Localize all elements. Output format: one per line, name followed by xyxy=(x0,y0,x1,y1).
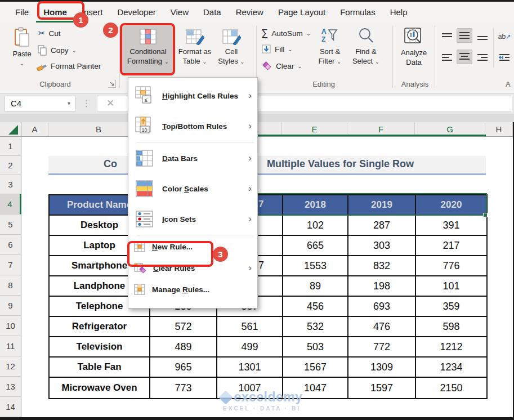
menu-item-data-bars[interactable]: Data Bars› xyxy=(128,143,257,173)
align-top-button[interactable] xyxy=(439,29,455,44)
table-cell[interactable]: 217 xyxy=(416,236,486,256)
tab-file[interactable]: File xyxy=(8,2,36,23)
menu-item-manage-rules[interactable]: Manage Rules... xyxy=(128,279,257,300)
table-cell[interactable]: 1309 xyxy=(348,358,416,378)
clear-button[interactable]: Clear ⌄ xyxy=(261,60,302,72)
cancel-icon[interactable]: ✕ xyxy=(106,96,114,111)
row-header-9[interactable]: 9 xyxy=(0,296,21,316)
tab-review[interactable]: Review xyxy=(229,2,271,23)
row-header-2[interactable]: 2 xyxy=(0,156,21,175)
table-cell[interactable]: 287 xyxy=(348,216,416,236)
row-header-5[interactable]: 5 xyxy=(0,215,21,235)
name-box[interactable]: C4 ▼ xyxy=(5,96,75,111)
table-cell[interactable]: 456 xyxy=(283,297,348,317)
find-select-button[interactable]: Find & Select ⌄ xyxy=(349,26,383,66)
align-text-center-button[interactable] xyxy=(457,50,472,64)
table-cell[interactable]: 772 xyxy=(348,337,416,358)
table-cell[interactable]: 303 xyxy=(348,236,416,256)
table-cell[interactable]: 532 xyxy=(283,317,348,337)
row-header-8[interactable]: 8 xyxy=(0,275,21,296)
decrease-indent-button[interactable] xyxy=(497,51,512,65)
sort-filter-button[interactable]: AZ Sort & Filter ⌄ xyxy=(313,26,347,66)
table-cell[interactable]: 598 xyxy=(416,317,486,337)
formula-bar-grip-icon[interactable]: ⋮ xyxy=(82,96,91,111)
tab-help[interactable]: Help xyxy=(383,2,415,23)
selection-fill-handle[interactable] xyxy=(483,213,488,217)
row-header-1[interactable]: 1 xyxy=(0,137,21,156)
tab-page-layout[interactable]: Page Layout xyxy=(271,2,333,23)
row-header-12[interactable]: 12 xyxy=(0,356,21,377)
table-cell[interactable]: 198 xyxy=(348,276,416,297)
tab-data[interactable]: Data xyxy=(196,2,229,23)
cell-styles-button[interactable]: Cell Styles ⌄ xyxy=(215,26,248,66)
row-header-11[interactable]: 11 xyxy=(0,336,21,356)
table-cell[interactable]: 1301 xyxy=(217,358,283,378)
menu-item-highlight-cells-rules[interactable]: ≤Highlight Cells Rules› xyxy=(128,81,257,111)
copy-button[interactable]: Copy ⌄ xyxy=(37,44,77,56)
table-header-cell[interactable]: 2018 xyxy=(283,195,348,216)
row-header-10[interactable]: 10 xyxy=(0,316,21,336)
table-cell[interactable]: 489 xyxy=(150,337,217,358)
align-middle-button[interactable] xyxy=(457,28,472,43)
column-header-a[interactable]: A xyxy=(21,122,48,136)
text-orientation-button[interactable]: ab↗ xyxy=(497,29,512,44)
row-header-7[interactable]: 7 xyxy=(0,255,21,275)
table-cell[interactable]: Refrigerator xyxy=(50,317,150,337)
table-cell[interactable]: 89 xyxy=(283,276,348,297)
row-header-13[interactable]: 13 xyxy=(0,377,21,397)
fill-button[interactable]: Fill ⌄ xyxy=(261,44,293,54)
table-cell[interactable]: 1597 xyxy=(348,378,416,398)
name-box-dropdown-icon[interactable]: ▼ xyxy=(66,96,71,111)
column-header-h[interactable]: H xyxy=(485,122,513,136)
table-cell[interactable]: 1234 xyxy=(416,358,486,378)
table-cell[interactable]: Television xyxy=(50,337,150,358)
tab-developer[interactable]: Developer xyxy=(110,2,163,23)
table-header-cell[interactable]: 2019 xyxy=(348,195,416,216)
tab-home[interactable]: Home xyxy=(36,2,74,23)
table-cell[interactable]: 503 xyxy=(283,337,348,358)
table-cell[interactable]: 102 xyxy=(283,216,348,236)
row-header-4[interactable]: 4 xyxy=(0,194,21,215)
table-cell[interactable]: 499 xyxy=(217,337,283,358)
table-cell[interactable]: 391 xyxy=(416,216,486,236)
table-cell[interactable]: 776 xyxy=(416,256,486,276)
row-header-14[interactable]: 14 xyxy=(0,397,21,417)
table-cell[interactable]: 1553 xyxy=(283,256,348,276)
table-cell[interactable]: 101 xyxy=(416,276,486,297)
menu-item-new-rule[interactable]: New Rule... xyxy=(128,236,257,257)
table-cell[interactable]: 693 xyxy=(348,297,416,317)
table-cell[interactable]: 832 xyxy=(348,256,416,276)
menu-item-icon-sets[interactable]: Icon Sets› xyxy=(128,204,257,234)
cut-button[interactable]: ✂ Cut xyxy=(38,28,61,38)
conditional-formatting-button[interactable]: Conditional Formatting ⌄ xyxy=(122,26,174,74)
table-cell[interactable]: 1567 xyxy=(283,358,348,378)
select-all-corner[interactable] xyxy=(0,122,21,136)
table-cell[interactable]: 965 xyxy=(150,358,217,378)
tab-view[interactable]: View xyxy=(163,2,196,23)
table-cell[interactable]: 359 xyxy=(416,297,486,317)
table-cell[interactable]: 665 xyxy=(283,236,348,256)
table-header-cell[interactable]: 2020 xyxy=(416,195,486,216)
format-as-table-button[interactable]: Format as Table ⌄ xyxy=(177,26,213,66)
menu-item-top-bottom-rules[interactable]: 10Top/Bottom Rules› xyxy=(128,111,257,141)
paste-button[interactable]: Paste ⌄ xyxy=(8,27,36,68)
tab-formulas[interactable]: Formulas xyxy=(333,2,383,23)
menu-item-color-scales[interactable]: Color Scales› xyxy=(128,173,257,204)
row-header-3[interactable]: 3 xyxy=(0,175,21,194)
autosum-button[interactable]: ∑ AutoSum ⌄ xyxy=(261,28,311,39)
table-cell[interactable]: 1212 xyxy=(416,337,486,358)
table-cell[interactable]: 572 xyxy=(150,317,217,337)
format-painter-button[interactable]: Format Painter xyxy=(36,61,101,71)
table-cell[interactable]: 476 xyxy=(348,317,416,337)
row-header-6[interactable]: 6 xyxy=(0,235,21,255)
table-cell[interactable]: 773 xyxy=(150,378,217,398)
align-text-right-button[interactable] xyxy=(475,51,490,65)
table-cell[interactable]: Microwave Oven xyxy=(50,378,150,398)
table-cell[interactable]: Table Fan xyxy=(50,358,150,378)
sheet-title-cell[interactable]: Co Multiple Values for Single Row xyxy=(48,156,486,175)
clipboard-dialog-launcher-icon[interactable]: ↘ xyxy=(108,80,116,88)
analyze-data-button[interactable]: Analyze Data xyxy=(397,26,430,67)
table-cell[interactable]: 2150 xyxy=(416,378,486,398)
table-cell[interactable]: 561 xyxy=(217,317,283,337)
align-text-left-button[interactable] xyxy=(439,51,455,65)
